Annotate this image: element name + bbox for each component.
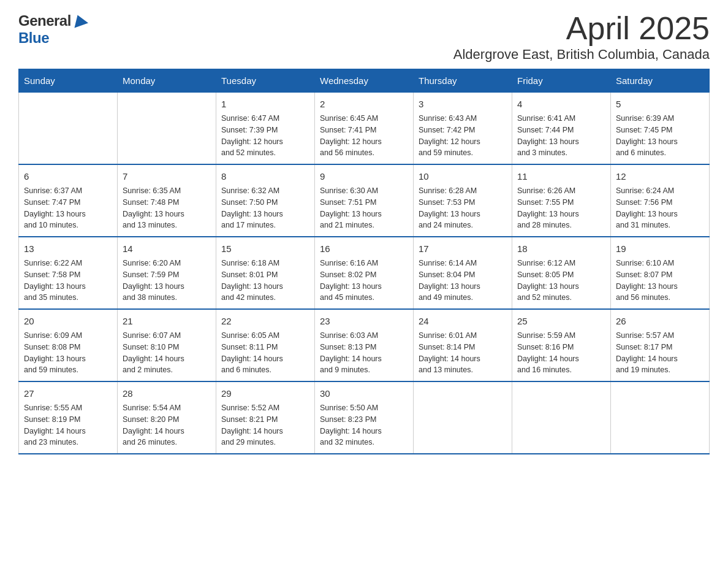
logo: General Blue xyxy=(18,12,88,47)
day-info: Sunrise: 6:41 AM Sunset: 7:44 PM Dayligh… xyxy=(517,113,605,159)
svg-marker-0 xyxy=(71,12,88,28)
day-number: 13 xyxy=(24,242,112,255)
day-info: Sunrise: 6:28 AM Sunset: 7:53 PM Dayligh… xyxy=(419,185,507,231)
day-info: Sunrise: 5:55 AM Sunset: 8:19 PM Dayligh… xyxy=(24,402,112,448)
day-number: 14 xyxy=(123,242,211,255)
day-info: Sunrise: 5:52 AM Sunset: 8:21 PM Dayligh… xyxy=(221,402,309,448)
calendar-day-cell: 4Sunrise: 6:41 AM Sunset: 7:44 PM Daylig… xyxy=(512,93,611,165)
calendar-day-cell: 23Sunrise: 6:03 AM Sunset: 8:13 PM Dayli… xyxy=(315,309,414,381)
day-number: 2 xyxy=(320,98,408,110)
day-number: 10 xyxy=(419,170,507,183)
calendar-day-cell: 13Sunrise: 6:22 AM Sunset: 7:58 PM Dayli… xyxy=(19,237,118,309)
day-info: Sunrise: 6:14 AM Sunset: 8:04 PM Dayligh… xyxy=(419,258,507,304)
day-number: 27 xyxy=(24,387,112,400)
day-number: 23 xyxy=(320,315,408,327)
day-number: 11 xyxy=(517,170,605,183)
calendar-day-cell: 19Sunrise: 6:10 AM Sunset: 8:07 PM Dayli… xyxy=(611,237,710,309)
day-number: 28 xyxy=(123,387,211,400)
calendar-day-header: Sunday xyxy=(19,69,118,93)
day-number: 7 xyxy=(123,170,211,183)
day-info: Sunrise: 6:12 AM Sunset: 8:05 PM Dayligh… xyxy=(517,258,605,304)
calendar-day-cell: 29Sunrise: 5:52 AM Sunset: 8:21 PM Dayli… xyxy=(216,381,315,454)
day-info: Sunrise: 5:50 AM Sunset: 8:23 PM Dayligh… xyxy=(320,402,408,448)
calendar-day-cell: 6Sunrise: 6:37 AM Sunset: 7:47 PM Daylig… xyxy=(19,164,118,237)
calendar-day-header: Friday xyxy=(512,69,611,93)
calendar-day-cell xyxy=(414,381,512,454)
day-info: Sunrise: 6:05 AM Sunset: 8:11 PM Dayligh… xyxy=(221,330,309,376)
calendar-day-cell xyxy=(611,381,710,454)
day-number: 25 xyxy=(517,315,605,327)
day-number: 3 xyxy=(419,98,507,110)
calendar-day-cell: 22Sunrise: 6:05 AM Sunset: 8:11 PM Dayli… xyxy=(216,309,315,381)
calendar-day-cell: 5Sunrise: 6:39 AM Sunset: 7:45 PM Daylig… xyxy=(611,93,710,165)
calendar-day-cell: 8Sunrise: 6:32 AM Sunset: 7:50 PM Daylig… xyxy=(216,164,315,237)
day-number: 26 xyxy=(616,315,704,327)
calendar-day-cell: 16Sunrise: 6:16 AM Sunset: 8:02 PM Dayli… xyxy=(315,237,414,309)
calendar-day-header: Saturday xyxy=(611,69,710,93)
day-info: Sunrise: 5:54 AM Sunset: 8:20 PM Dayligh… xyxy=(123,402,211,448)
calendar-day-cell: 28Sunrise: 5:54 AM Sunset: 8:20 PM Dayli… xyxy=(118,381,216,454)
calendar-week-row: 6Sunrise: 6:37 AM Sunset: 7:47 PM Daylig… xyxy=(19,164,710,237)
day-number: 30 xyxy=(320,387,408,400)
day-info: Sunrise: 6:07 AM Sunset: 8:10 PM Dayligh… xyxy=(123,330,211,376)
calendar-day-cell: 27Sunrise: 5:55 AM Sunset: 8:19 PM Dayli… xyxy=(19,381,118,454)
calendar-week-row: 27Sunrise: 5:55 AM Sunset: 8:19 PM Dayli… xyxy=(19,381,710,454)
day-info: Sunrise: 6:03 AM Sunset: 8:13 PM Dayligh… xyxy=(320,330,408,376)
day-info: Sunrise: 6:43 AM Sunset: 7:42 PM Dayligh… xyxy=(419,113,507,159)
day-number: 6 xyxy=(24,170,112,183)
calendar-day-cell: 15Sunrise: 6:18 AM Sunset: 8:01 PM Dayli… xyxy=(216,237,315,309)
day-info: Sunrise: 6:10 AM Sunset: 8:07 PM Dayligh… xyxy=(616,258,704,304)
calendar-day-cell: 12Sunrise: 6:24 AM Sunset: 7:56 PM Dayli… xyxy=(611,164,710,237)
calendar-day-header: Tuesday xyxy=(216,69,315,93)
calendar-day-cell: 18Sunrise: 6:12 AM Sunset: 8:05 PM Dayli… xyxy=(512,237,611,309)
day-info: Sunrise: 6:26 AM Sunset: 7:55 PM Dayligh… xyxy=(517,185,605,231)
calendar-day-cell: 1Sunrise: 6:47 AM Sunset: 7:39 PM Daylig… xyxy=(216,93,315,165)
day-info: Sunrise: 5:59 AM Sunset: 8:16 PM Dayligh… xyxy=(517,330,605,376)
day-info: Sunrise: 6:32 AM Sunset: 7:50 PM Dayligh… xyxy=(221,185,309,231)
title-block: April 2025 Aldergrove East, British Colu… xyxy=(453,12,710,63)
calendar-day-header: Monday xyxy=(118,69,216,93)
page-subtitle: Aldergrove East, British Columbia, Canad… xyxy=(453,47,710,63)
day-info: Sunrise: 6:37 AM Sunset: 7:47 PM Dayligh… xyxy=(24,185,112,231)
logo-icon xyxy=(71,12,88,29)
calendar-day-cell: 26Sunrise: 5:57 AM Sunset: 8:17 PM Dayli… xyxy=(611,309,710,381)
day-number: 18 xyxy=(517,242,605,255)
day-info: Sunrise: 5:57 AM Sunset: 8:17 PM Dayligh… xyxy=(616,330,704,376)
calendar-day-cell: 14Sunrise: 6:20 AM Sunset: 7:59 PM Dayli… xyxy=(118,237,216,309)
calendar-day-cell: 9Sunrise: 6:30 AM Sunset: 7:51 PM Daylig… xyxy=(315,164,414,237)
day-info: Sunrise: 6:20 AM Sunset: 7:59 PM Dayligh… xyxy=(123,258,211,304)
calendar-day-cell: 25Sunrise: 5:59 AM Sunset: 8:16 PM Dayli… xyxy=(512,309,611,381)
day-info: Sunrise: 6:22 AM Sunset: 7:58 PM Dayligh… xyxy=(24,258,112,304)
day-info: Sunrise: 6:35 AM Sunset: 7:48 PM Dayligh… xyxy=(123,185,211,231)
calendar-day-cell xyxy=(19,93,118,165)
calendar-week-row: 1Sunrise: 6:47 AM Sunset: 7:39 PM Daylig… xyxy=(19,93,710,165)
day-number: 4 xyxy=(517,98,605,110)
day-number: 29 xyxy=(221,387,309,400)
calendar-day-cell xyxy=(118,93,216,165)
day-number: 17 xyxy=(419,242,507,255)
calendar-day-cell: 17Sunrise: 6:14 AM Sunset: 8:04 PM Dayli… xyxy=(414,237,512,309)
calendar-header-row: SundayMondayTuesdayWednesdayThursdayFrid… xyxy=(19,69,710,93)
logo-general-text: General xyxy=(18,12,71,29)
calendar-day-header: Wednesday xyxy=(315,69,414,93)
calendar-day-header: Thursday xyxy=(414,69,512,93)
day-number: 20 xyxy=(24,315,112,327)
page-header: General Blue April 2025 Aldergrove East,… xyxy=(18,12,710,63)
calendar-day-cell: 10Sunrise: 6:28 AM Sunset: 7:53 PM Dayli… xyxy=(414,164,512,237)
calendar-week-row: 13Sunrise: 6:22 AM Sunset: 7:58 PM Dayli… xyxy=(19,237,710,309)
calendar-week-row: 20Sunrise: 6:09 AM Sunset: 8:08 PM Dayli… xyxy=(19,309,710,381)
day-number: 22 xyxy=(221,315,309,327)
day-number: 19 xyxy=(616,242,704,255)
calendar-day-cell xyxy=(512,381,611,454)
calendar-day-cell: 30Sunrise: 5:50 AM Sunset: 8:23 PM Dayli… xyxy=(315,381,414,454)
calendar-day-cell: 2Sunrise: 6:45 AM Sunset: 7:41 PM Daylig… xyxy=(315,93,414,165)
day-number: 1 xyxy=(221,98,309,110)
calendar-day-cell: 3Sunrise: 6:43 AM Sunset: 7:42 PM Daylig… xyxy=(414,93,512,165)
calendar-body: 1Sunrise: 6:47 AM Sunset: 7:39 PM Daylig… xyxy=(19,93,710,454)
day-number: 15 xyxy=(221,242,309,255)
day-number: 24 xyxy=(419,315,507,327)
calendar-day-cell: 21Sunrise: 6:07 AM Sunset: 8:10 PM Dayli… xyxy=(118,309,216,381)
day-number: 12 xyxy=(616,170,704,183)
calendar-day-cell: 11Sunrise: 6:26 AM Sunset: 7:55 PM Dayli… xyxy=(512,164,611,237)
day-info: Sunrise: 6:39 AM Sunset: 7:45 PM Dayligh… xyxy=(616,113,704,159)
